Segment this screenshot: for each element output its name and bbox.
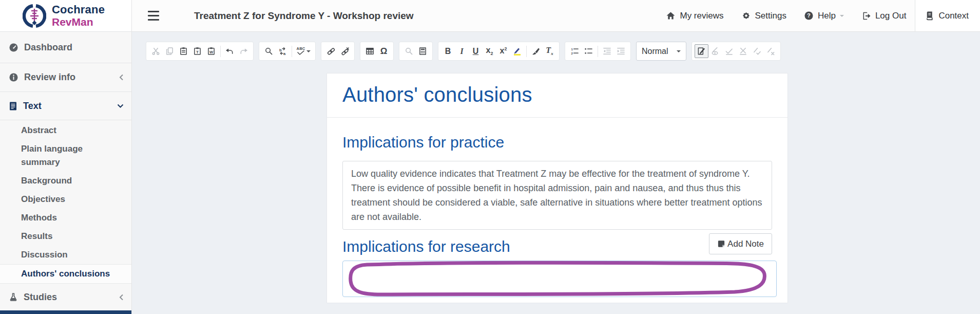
- research-field-zone: [342, 261, 772, 300]
- subscript-button[interactable]: x2: [483, 44, 496, 58]
- sidebar-item-plain-language-summary[interactable]: Plain language summary: [0, 140, 118, 172]
- italic-label: I: [460, 47, 463, 56]
- my-reviews-label: My reviews: [680, 11, 723, 21]
- section-body: Implications for practice Low quality ev…: [327, 133, 787, 300]
- text-subsections: Abstract Plain language summary Backgrou…: [0, 120, 131, 284]
- italic-button[interactable]: I: [455, 44, 469, 58]
- chevron-down-icon: [117, 104, 124, 108]
- sidebar-item-results[interactable]: Results: [0, 227, 131, 246]
- svg-text:a: a: [283, 51, 286, 56]
- main-area: T W ba ABC: [132, 32, 980, 314]
- text-section-label: Text: [23, 101, 111, 112]
- undo-button[interactable]: [223, 44, 237, 58]
- spell-check-button[interactable]: ABC: [294, 44, 313, 58]
- sidebar-bottom-strip: [0, 310, 131, 314]
- svg-text:T: T: [196, 50, 199, 54]
- top-navigation: My reviews Settings ? Help Log O: [657, 0, 980, 31]
- section-header: Authors' conclusions: [327, 73, 787, 118]
- context-button[interactable]: Context: [915, 0, 980, 31]
- track-changes-button[interactable]: [695, 44, 708, 58]
- decrease-indent-button: [600, 44, 614, 58]
- settings-label: Settings: [755, 11, 786, 21]
- research-heading: Implications for research: [342, 233, 772, 256]
- copy-button: [163, 44, 177, 58]
- sidebar-item-discussion[interactable]: Discussion: [0, 246, 131, 264]
- bold-label: B: [445, 47, 451, 56]
- bulleted-list-button[interactable]: [582, 44, 595, 58]
- special-character-button[interactable]: Ω: [377, 44, 391, 58]
- my-reviews-link[interactable]: My reviews: [657, 0, 732, 31]
- chevron-down-icon: [306, 50, 311, 54]
- spellcheck-label: ABC: [296, 47, 305, 51]
- practice-text-field[interactable]: Low quality evidence indicates that Trea…: [342, 161, 772, 230]
- sidebar-item-background[interactable]: Background: [0, 172, 131, 190]
- app-logo: Cochrane RevMan: [0, 0, 132, 31]
- copy-formatting-button[interactable]: [529, 44, 543, 58]
- reject-all-changes-button: [764, 44, 778, 58]
- add-note-button[interactable]: Add Note: [709, 233, 772, 254]
- menu-toggle-button[interactable]: [148, 11, 159, 21]
- sidebar-item-dashboard[interactable]: Dashboard: [0, 32, 131, 63]
- content-card: Authors' conclusions Implications for pr…: [326, 73, 788, 303]
- insert-table-button[interactable]: [363, 44, 377, 58]
- dashboard-label: Dashboard: [24, 42, 124, 53]
- sidebar-item-objectives[interactable]: Objectives: [0, 190, 131, 209]
- practice-heading: Implications for practice: [342, 133, 772, 152]
- insert-link-button[interactable]: [324, 44, 338, 58]
- document-icon: [9, 101, 17, 111]
- highlight-button[interactable]: [510, 44, 524, 58]
- underline-label: U: [473, 47, 479, 56]
- gear-icon: [741, 11, 751, 21]
- lookup-group: [399, 42, 433, 61]
- format-group: B I U x2 x2 Tx: [438, 42, 560, 61]
- show-changes-button: [708, 44, 722, 58]
- list-group: 12: [565, 42, 631, 61]
- track-changes-group: [691, 42, 781, 61]
- svg-text:2: 2: [571, 51, 573, 55]
- chevron-down-icon: [677, 50, 681, 54]
- review-info-label: Review info: [24, 72, 113, 83]
- bold-button[interactable]: B: [441, 44, 455, 58]
- underline-button[interactable]: U: [469, 44, 483, 58]
- log-out-link[interactable]: Log Out: [853, 0, 915, 31]
- context-label: Context: [938, 11, 969, 21]
- cut-button: [149, 44, 163, 58]
- practice-text: Low quality evidence indicates that Trea…: [351, 167, 763, 224]
- replace-button[interactable]: ba: [276, 44, 290, 58]
- paste-from-word-button[interactable]: W: [204, 44, 218, 58]
- reject-change-button: [736, 44, 750, 58]
- paragraph-format-dropdown[interactable]: Normal: [636, 42, 686, 61]
- help-icon: ?: [804, 11, 814, 21]
- chevron-left-icon: [119, 74, 124, 81]
- log-out-label: Log Out: [875, 11, 907, 21]
- info-icon: [9, 72, 18, 82]
- paste-button[interactable]: [177, 44, 190, 58]
- research-text-field[interactable]: [342, 261, 777, 297]
- sidebar-item-authors-conclusions[interactable]: Authors' conclusions: [0, 264, 131, 284]
- formula-button[interactable]: [416, 44, 430, 58]
- help-menu[interactable]: ? Help: [795, 0, 853, 31]
- find-button[interactable]: [262, 44, 276, 58]
- accept-change-button: [722, 44, 736, 58]
- editor-toolbar: T W ba ABC: [146, 42, 781, 61]
- paste-plain-text-button[interactable]: T: [190, 44, 204, 58]
- settings-link[interactable]: Settings: [733, 0, 795, 31]
- sidebar-item-studies[interactable]: Studies: [0, 284, 131, 310]
- home-icon: [666, 11, 676, 21]
- numbered-list-button[interactable]: 12: [568, 44, 582, 58]
- chevron-left-icon: [119, 294, 124, 301]
- remove-format-button[interactable]: Tx: [543, 44, 556, 58]
- clipboard-group: T W: [146, 42, 254, 61]
- help-label: Help: [818, 11, 836, 21]
- paragraph-format-value: Normal: [642, 47, 668, 56]
- superscript-button[interactable]: x2: [496, 44, 510, 58]
- page-title: Authors' conclusions: [342, 83, 772, 106]
- sidebar-item-methods[interactable]: Methods: [0, 209, 131, 227]
- sidebar-item-abstract[interactable]: Abstract: [0, 121, 131, 140]
- chevron-down-icon: [840, 15, 844, 19]
- sidebar-item-review-info[interactable]: Review info: [0, 63, 131, 92]
- unlink-button[interactable]: [338, 44, 352, 58]
- sidebar-item-text[interactable]: Text: [0, 92, 131, 120]
- increase-indent-button: [614, 44, 628, 58]
- review-title: Treatment Z for Syndrome Y - Workshop re…: [194, 0, 414, 31]
